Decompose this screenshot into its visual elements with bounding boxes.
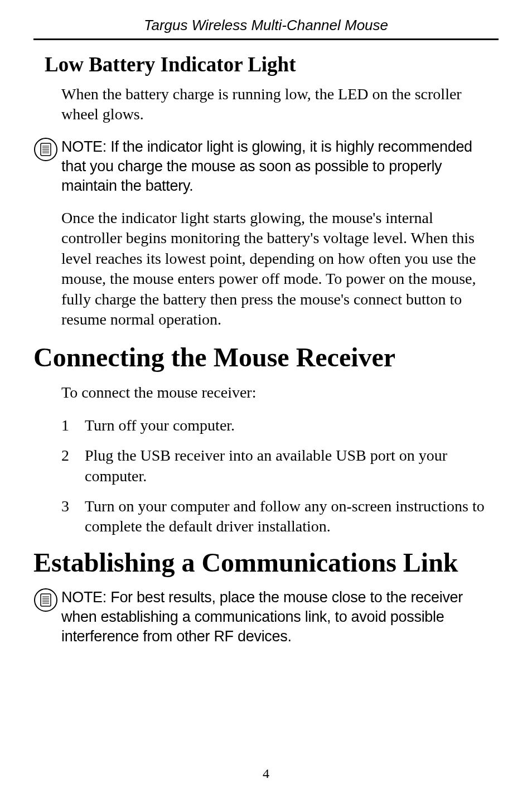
step-number: 1 <box>61 415 85 436</box>
steps-list: 1 Turn off your computer. 2 Plug the USB… <box>61 415 493 537</box>
note-block-2: NOTE: For best results, place the mouse … <box>33 588 499 646</box>
header-divider <box>33 38 499 40</box>
page-number: 4 <box>0 766 532 781</box>
list-item: 1 Turn off your computer. <box>61 415 493 436</box>
step-text: Turn on your computer and follow any on-… <box>85 496 493 537</box>
step-number: 2 <box>61 446 85 486</box>
document-header: Targus Wireless Multi-Channel Mouse <box>33 17 499 38</box>
step-text: Turn off your computer. <box>85 415 493 436</box>
establishing-heading: Establishing a Communications Link <box>33 547 499 578</box>
step-text: Plug the USB receiver into an available … <box>85 446 493 486</box>
list-item: 2 Plug the USB receiver into an availabl… <box>61 446 493 486</box>
note-text-2: NOTE: For best results, place the mouse … <box>61 588 499 646</box>
note-text-1: NOTE: If the indicator light is glowing,… <box>61 137 499 196</box>
note-icon <box>33 588 61 615</box>
low-battery-para2: Once the indicator light starts glowing,… <box>61 208 493 330</box>
low-battery-heading: Low Battery Indicator Light <box>45 52 499 76</box>
low-battery-para1: When the battery charge is running low, … <box>61 84 493 125</box>
step-number: 3 <box>61 496 85 537</box>
note-icon <box>33 137 61 164</box>
connecting-heading: Connecting the Mouse Receiver <box>33 342 499 373</box>
connecting-intro: To connect the mouse receiver: <box>61 383 493 403</box>
list-item: 3 Turn on your computer and follow any o… <box>61 496 493 537</box>
note-block-1: NOTE: If the indicator light is glowing,… <box>33 137 499 196</box>
